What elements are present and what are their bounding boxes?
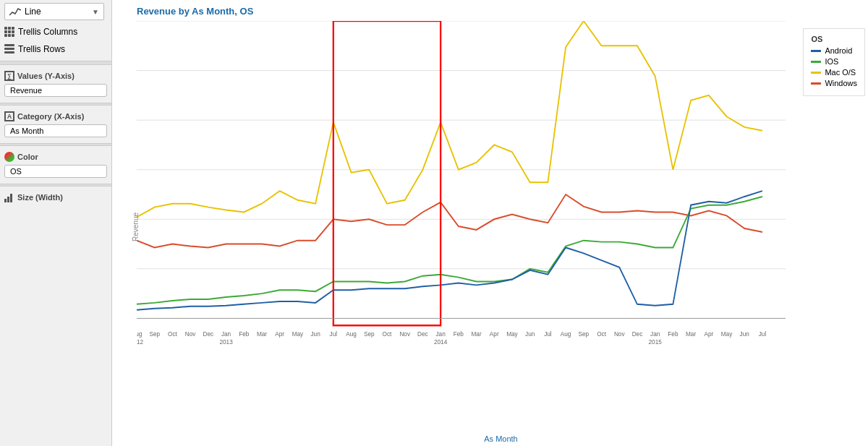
svg-text:Apr: Apr [704,330,713,338]
revenue-pill[interactable]: Revenue [4,84,107,97]
chart-legend: OS Android IOS Mac O/S Windows [803,28,865,96]
svg-text:Feb: Feb [668,330,678,338]
trellis-columns-label: Trellis Columns [18,27,77,37]
selection-rectangle [333,21,441,325]
svg-text:Sep: Sep [149,330,160,338]
values-icon: ∑ [4,71,14,81]
svg-text:2015: 2015 [649,338,663,345]
svg-text:Dec: Dec [632,330,643,338]
svg-text:Mar: Mar [471,330,481,338]
svg-text:Jan: Jan [221,330,231,338]
svg-text:Aug: Aug [346,330,357,338]
windows-line [137,194,762,247]
svg-text:Jun: Jun [740,330,750,338]
trellis-columns-icon [4,27,14,37]
svg-text:2014: 2014 [434,338,448,345]
y-axis-label: Revenue [132,213,140,241]
chart-container: Revenue 12M 10M 8M 6M 4M 2M 0 [137,21,865,433]
ios-color-swatch [811,61,821,63]
mac-os-line [137,21,762,217]
android-line [137,191,762,310]
color-label: Color [17,153,38,161]
svg-text:Jan: Jan [435,330,446,338]
svg-text:May: May [292,330,304,338]
svg-text:Nov: Nov [399,330,410,338]
android-color-swatch [811,50,821,52]
sidebar-item-trellis-columns[interactable]: Trellis Columns [0,23,111,40]
chart-type-label: Line [25,7,41,17]
legend-label-windows: Windows [825,79,857,87]
values-y-axis-section: ∑ Values (Y-Axis) [0,68,111,82]
svg-text:May: May [721,330,733,338]
svg-text:2012: 2012 [137,338,143,345]
values-y-axis-label: Values (Y-Axis) [17,72,75,80]
main-content: Revenue by As Month, OS Revenue 12M 10M … [112,0,868,446]
x-axis-label: As Month [137,434,865,443]
legend-label-android: Android [825,46,852,55]
legend-item-ios: IOS [811,57,857,66]
line-chart: 12M 10M 8M 6M 4M 2M 0 Aug 2012 Sep [137,21,786,368]
svg-text:Nov: Nov [614,330,625,338]
chart-title: Revenue by As Month, OS [137,6,865,17]
svg-text:Jun: Jun [525,330,535,338]
svg-text:Mar: Mar [257,330,267,338]
windows-color-swatch [811,82,821,85]
sidebar-item-trellis-rows[interactable]: Trellis Rows [0,40,111,58]
category-x-axis-label: Category (X-Axis) [17,112,84,121]
svg-text:Nov: Nov [185,330,196,338]
color-icon [4,152,14,162]
svg-text:Jan: Jan [650,330,660,338]
size-label: Size (Width) [17,193,63,202]
svg-text:Oct: Oct [597,330,606,338]
svg-text:May: May [506,330,518,338]
svg-text:Jul: Jul [759,330,767,338]
color-section: Color [0,149,111,163]
svg-text:Jul: Jul [544,330,552,338]
svg-text:Oct: Oct [168,330,177,338]
svg-text:Dec: Dec [203,330,214,338]
macos-color-swatch [811,72,821,74]
svg-text:Feb: Feb [454,330,464,338]
svg-text:Aug: Aug [137,330,142,338]
svg-text:Sep: Sep [364,330,375,338]
category-x-axis-section: A Category (X-Axis) [0,108,111,123]
svg-text:Apr: Apr [490,330,499,338]
svg-text:Sep: Sep [579,330,590,338]
svg-text:Apr: Apr [275,330,284,338]
svg-text:Aug: Aug [561,330,571,338]
svg-text:Jul: Jul [330,330,338,338]
line-chart-icon [9,6,21,17]
legend-label-ios: IOS [825,57,838,66]
legend-item-android: Android [811,46,857,55]
legend-item-macos: Mac O/S [811,68,857,77]
svg-text:2013: 2013 [219,338,233,345]
svg-text:Dec: Dec [417,330,428,338]
svg-text:Mar: Mar [686,330,696,338]
dropdown-chevron: ▼ [92,8,99,16]
trellis-rows-icon [4,44,14,54]
category-icon: A [4,111,14,121]
trellis-rows-label: Trellis Rows [18,44,65,54]
size-icon [4,192,14,202]
legend-label-macos: Mac O/S [825,68,856,77]
svg-text:Jun: Jun [311,330,321,338]
chart-type-dropdown[interactable]: Line ▼ [4,3,104,20]
sidebar: Line ▼ Trellis Columns Trellis Rows ∑ Va… [0,0,112,446]
size-section: Size (Width) [0,189,111,204]
legend-item-windows: Windows [811,79,857,87]
svg-text:Feb: Feb [239,330,249,338]
as-month-pill[interactable]: As Month [4,124,107,137]
os-pill[interactable]: OS [4,165,107,178]
legend-title: OS [811,35,857,43]
svg-text:Oct: Oct [383,330,392,338]
